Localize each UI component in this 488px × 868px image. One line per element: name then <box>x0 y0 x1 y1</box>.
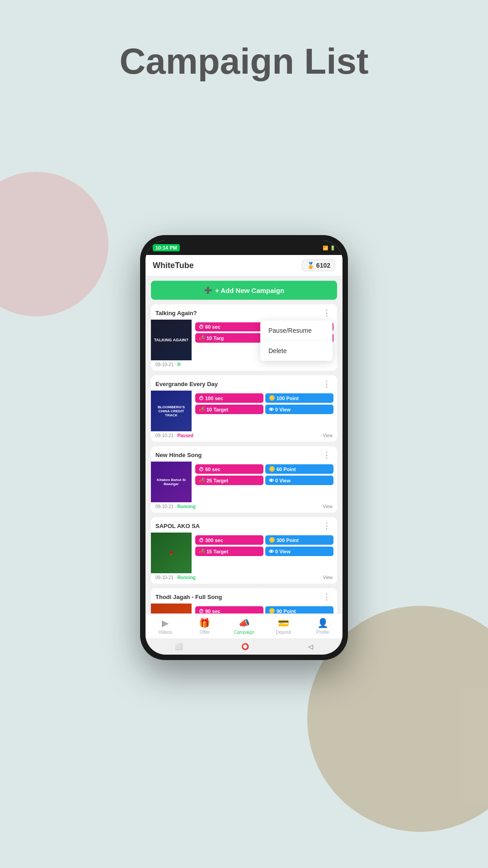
stat-row-3a: ⏱ 60 sec 🪙 60 Point <box>195 464 333 474</box>
more-button-3[interactable]: ⋮ <box>321 450 333 460</box>
bg-decoration-pink <box>0 172 108 316</box>
view-badge-4: 👁 0 View <box>265 547 333 556</box>
timer-icon-2: ⏱ <box>199 396 204 401</box>
dropdown-pause-resume[interactable]: Pause/Resume <box>260 321 333 341</box>
target-icon-2: 📣 <box>199 406 205 412</box>
view-link-3[interactable]: · View <box>320 504 333 509</box>
nav-videos[interactable]: ▶ Videos <box>145 614 185 638</box>
campaign-card-2: Evergrande Every Day ⋮ BLOOMBERG'S CHINA… <box>151 375 337 442</box>
dropdown-delete[interactable]: Delete <box>260 341 333 361</box>
status-time: 10:14 PM <box>153 244 180 251</box>
campaign-thumb-3: Kitaben Bahut Si Baazigar <box>151 462 192 502</box>
wifi-icon: 📶 <box>323 245 328 250</box>
campaign-title-2: Evergrande Every Day <box>155 381 218 387</box>
campaign-card-5: Thodi Jagah - Full Song ⋮ 10 A... ⏱ 90 s… <box>151 588 337 613</box>
stat-row-4a: ⏱ 300 sec 🪙 300 Point <box>195 535 333 545</box>
android-back-btn[interactable]: ◁ <box>308 643 313 650</box>
stat-row-2b: 📣 10 Target 👁 0 View <box>195 405 333 414</box>
add-icon: ➕ <box>204 286 212 294</box>
campaign-footer-2: 09-10-21 · Paused · View <box>151 431 337 442</box>
more-button-2[interactable]: ⋮ <box>321 379 333 389</box>
campaign-body-2: BLOOMBERG'S CHINA CREDIT TRACK ⏱ 100 sec… <box>151 391 337 431</box>
campaign-thumb-1: TALKING AGAIN? <box>151 320 192 360</box>
deposit-icon: 💳 <box>278 618 289 628</box>
campaign-body-4: 🥊 ⏱ 300 sec 🪙 300 Point <box>151 533 337 573</box>
campaign-list: Talking Again? ⋮ TALKING AGAIN? ⏱ 60 sec <box>145 304 343 613</box>
campaign-header-4: SAPOL AKO SA ⋮ <box>151 517 337 533</box>
nav-deposit[interactable]: 💳 Deposit <box>264 614 303 638</box>
sec-badge-3: ⏱ 60 sec <box>195 464 263 474</box>
campaign-icon: 📣 <box>239 618 250 628</box>
campaign-stats-4: ⏱ 300 sec 🪙 300 Point 📣 <box>192 533 337 573</box>
more-button-5[interactable]: ⋮ <box>321 592 333 602</box>
nav-profile-label: Profile <box>316 630 329 635</box>
view-icon-4: 👁 <box>269 549 274 554</box>
point-icon-2: 🪙 <box>269 395 275 401</box>
stat-row-4b: 📣 15 Target 👁 0 View <box>195 547 333 556</box>
add-campaign-label: + Add New Campaign <box>215 287 284 294</box>
campaign-footer-4: 09-10-21 · Running · View <box>151 573 337 584</box>
stat-row-3b: 📣 25 Target 👁 0 View <box>195 476 333 485</box>
campaign-title-1: Talking Again? <box>155 310 197 316</box>
add-campaign-button[interactable]: ➕ + Add New Campaign <box>151 281 337 300</box>
nav-offer[interactable]: 🎁 Offer <box>185 614 224 638</box>
status-icons: 📶 🔋 <box>323 245 335 250</box>
point-icon-3: 🪙 <box>269 466 275 472</box>
timer-icon-4: ⏱ <box>199 538 204 543</box>
campaign-thumb-2: BLOOMBERG'S CHINA CREDIT TRACK <box>151 391 192 431</box>
timer-icon-1: ⏱ <box>199 324 204 330</box>
stat-row-2a: ⏱ 100 sec 🪙 100 Point <box>195 393 333 403</box>
view-link-2[interactable]: · View <box>320 433 333 438</box>
campaign-stats-3: ⏱ 60 sec 🪙 60 Point 📣 <box>192 462 337 502</box>
campaign-stats-2: ⏱ 100 sec 🪙 100 Point 📣 <box>192 391 337 431</box>
phone-inner: 10:14 PM 📶 🔋 WhiteTube 🏅 6102 ➕ + Add Ne… <box>145 241 343 655</box>
android-home-btn[interactable]: ⭕ <box>241 643 249 650</box>
coin-icon: 🏅 <box>307 262 314 269</box>
stat-row-5a: ⏱ 90 sec 🪙 90 Point <box>195 606 333 613</box>
nav-campaign[interactable]: 📣 Campaign <box>224 614 263 638</box>
nav-videos-label: Videos <box>158 630 172 635</box>
nav-offer-label: Offer <box>200 630 210 635</box>
campaign-title-4: SAPOL AKO SA <box>155 523 200 529</box>
campaign-thumb-4: 🥊 <box>151 533 192 573</box>
campaign-card-3: New Hinde Song ⋮ Kitaben Bahut Si Baazig… <box>151 446 337 513</box>
campaign-body-5: 10 A... ⏱ 90 sec 🪙 90 Point <box>151 604 337 613</box>
profile-icon: 👤 <box>317 618 328 628</box>
target-badge-4: 📣 15 Target <box>195 547 263 556</box>
sec-badge-4: ⏱ 300 sec <box>195 535 263 545</box>
campaign-stats-5: ⏱ 90 sec 🪙 90 Point <box>192 604 337 613</box>
android-square-btn[interactable]: ⬜ <box>175 643 183 650</box>
more-button-4[interactable]: ⋮ <box>321 521 333 531</box>
campaign-header-5: Thodi Jagah - Full Song ⋮ <box>151 588 337 604</box>
campaign-header-1: Talking Again? ⋮ <box>151 304 337 320</box>
phone-mockup: 10:14 PM 📶 🔋 WhiteTube 🏅 6102 ➕ + Add Ne… <box>140 235 348 660</box>
point-icon-4: 🪙 <box>269 537 275 543</box>
campaign-footer-1: 09-10-21 · R <box>151 360 337 371</box>
campaign-footer-3: 09-10-21 · Running · View <box>151 502 337 513</box>
bottom-nav: ▶ Videos 🎁 Offer 📣 Campaign 💳 Deposit 👤 <box>145 613 343 638</box>
app-logo: WhiteTube <box>153 261 194 270</box>
timer-icon-3: ⏱ <box>199 467 204 472</box>
target-icon-3: 📣 <box>199 477 205 483</box>
view-badge-2: 👁 0 View <box>265 405 333 414</box>
android-nav-bar: ⬜ ⭕ ◁ <box>145 638 343 655</box>
coin-count: 6102 <box>316 262 330 269</box>
timer-icon-5: ⏱ <box>199 609 204 614</box>
nav-deposit-label: Deposit <box>276 630 291 635</box>
target-badge-2: 📣 10 Target <box>195 405 263 414</box>
more-button-1[interactable]: ⋮ <box>321 308 333 318</box>
page-title: Campaign List <box>119 41 368 82</box>
campaign-card-1: Talking Again? ⋮ TALKING AGAIN? ⏱ 60 sec <box>151 304 337 371</box>
target-badge-3: 📣 25 Target <box>195 476 263 485</box>
battery-icon: 🔋 <box>330 245 335 250</box>
sec-badge-2: ⏱ 100 sec <box>195 393 263 403</box>
target-icon-1: 📣 <box>199 335 205 341</box>
point-icon-5: 🪙 <box>269 608 275 613</box>
campaign-body-3: Kitaben Bahut Si Baazigar ⏱ 60 sec 🪙 <box>151 462 337 502</box>
campaign-title-3: New Hinde Song <box>155 452 202 458</box>
target-icon-4: 📣 <box>199 548 205 554</box>
nav-profile[interactable]: 👤 Profile <box>303 614 343 638</box>
view-icon-3: 👁 <box>269 478 274 483</box>
campaign-card-4: SAPOL AKO SA ⋮ 🥊 ⏱ 300 sec <box>151 517 337 584</box>
view-link-4[interactable]: · View <box>320 575 333 580</box>
